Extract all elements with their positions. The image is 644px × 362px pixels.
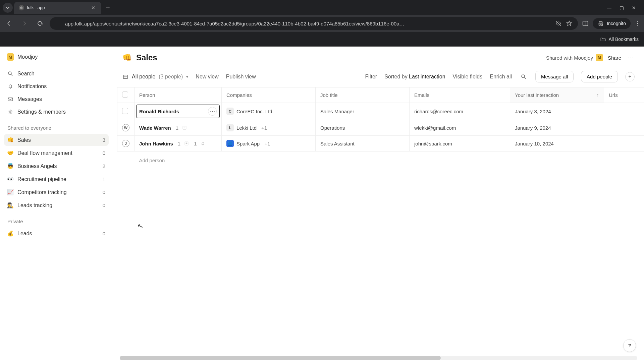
cell-job-title[interactable]: Sales Manager	[316, 103, 410, 120]
site-settings-icon[interactable]	[55, 20, 61, 26]
tab-close-button[interactable]: ✕	[90, 4, 97, 11]
cell-email[interactable]: john@spark.com	[410, 136, 510, 152]
visible-fields-button[interactable]: Visible fields	[453, 74, 483, 80]
cell-email[interactable]: richards@coreec.com	[410, 103, 510, 120]
nav-reload-button[interactable]	[34, 18, 46, 29]
sidebar-group-count: 2	[103, 163, 105, 169]
chevron-down-icon	[6, 6, 10, 10]
company-initial-icon: C	[226, 108, 234, 115]
publish-view-button[interactable]: Publish view	[226, 74, 256, 80]
eye-off-icon[interactable]	[555, 20, 562, 27]
row-checkbox[interactable]	[117, 103, 135, 120]
help-button[interactable]: ?	[623, 339, 636, 352]
cell-company[interactable]: C CoreEC Inc. Ltd.	[222, 103, 316, 120]
add-person-row[interactable]: Add person	[117, 152, 644, 168]
sidebar-group-dealflow[interactable]: 🤝 Deal flow management 0	[4, 147, 109, 159]
emoji-icon: 👀	[7, 176, 13, 182]
side-panel-icon[interactable]	[582, 20, 589, 27]
row-avatar[interactable]: J	[117, 136, 135, 152]
row-avatar[interactable]: W	[117, 120, 135, 136]
page-more-button[interactable]: ⋯	[626, 53, 635, 63]
sidebar-search[interactable]: Search	[4, 68, 109, 79]
person-name: Wade Warren	[139, 125, 171, 131]
sidebar-group-angels[interactable]: 👼 Business Angels 2	[4, 160, 109, 172]
arrow-left-icon	[6, 20, 12, 26]
nav-forward-button[interactable]	[19, 18, 30, 29]
sort-button[interactable]: Sorted by Last interaction	[384, 74, 445, 80]
header-urls[interactable]: Urls	[604, 87, 644, 103]
horizontal-scrollbar[interactable]	[120, 356, 637, 360]
header-companies[interactable]: Companies	[222, 87, 316, 103]
add-column-quick-button[interactable]: +	[625, 72, 635, 81]
workspace-avatar: M	[7, 53, 14, 61]
sidebar-search-label: Search	[17, 71, 35, 77]
header-last-interaction[interactable]: Your last interaction ↑	[510, 87, 604, 103]
message-all-button[interactable]: Message all	[535, 71, 574, 82]
cell-company[interactable]: L Lekki Ltd +1	[222, 120, 316, 136]
cell-urls[interactable]	[604, 136, 644, 152]
svg-rect-14	[183, 126, 186, 129]
browser-menu-button[interactable]	[635, 20, 641, 26]
sidebar-notifications[interactable]: Notifications	[4, 81, 109, 92]
sidebar-group-leads-tracking[interactable]: 🕵️ Leads tracking 0	[4, 199, 109, 211]
shared-with-chip[interactable]: Shared with Moodjoy M	[546, 54, 603, 61]
url-field[interactable]: app.folk.app/apps/contacts/network/ccaa7…	[50, 17, 578, 30]
filter-button[interactable]: Filter	[365, 74, 377, 80]
sidebar-section-shared: Shared to everyone	[4, 119, 109, 133]
all-bookmarks-button[interactable]: All Bookmarks	[600, 36, 639, 42]
sidebar-group-competitors[interactable]: 📈 Competitors tracking 0	[4, 186, 109, 198]
browser-tab[interactable]: ◐ folk - app ✕	[14, 2, 101, 14]
tab-search-button[interactable]	[3, 3, 13, 13]
cell-last-interaction[interactable]: January 9, 2024	[510, 120, 604, 136]
search-icon	[7, 71, 13, 77]
table-row[interactable]: J John Hawkins 1 1	[117, 136, 644, 152]
view-selector-label: All people	[132, 74, 155, 80]
row-more-button[interactable]: ⋯	[208, 107, 217, 116]
window-close-button[interactable]: ✕	[632, 5, 636, 10]
shared-avatar: M	[596, 54, 603, 61]
bookmark-star-icon[interactable]	[566, 20, 573, 27]
incognito-badge[interactable]: Incognito	[593, 18, 631, 29]
cell-person[interactable]: John Hawkins 1 1	[135, 136, 222, 152]
cell-email[interactable]: wlekki@gmail.com	[410, 120, 510, 136]
header-emails[interactable]: Emails	[410, 87, 510, 103]
cell-last-interaction[interactable]: January 3, 2024	[510, 103, 604, 120]
cell-job-title[interactable]: Operations	[316, 120, 410, 136]
cell-person[interactable]: Ronald Richards ⋯	[135, 103, 222, 120]
sidebar-group-sales[interactable]: 👊 Sales 3	[4, 134, 109, 146]
table-row[interactable]: Ronald Richards ⋯ C CoreEC Inc. Ltd. Sal…	[117, 103, 644, 120]
sidebar-notifications-label: Notifications	[17, 83, 47, 89]
window-maximize-button[interactable]: ▢	[620, 5, 624, 10]
header-checkbox[interactable]	[117, 87, 135, 103]
new-view-button[interactable]: New view	[196, 74, 218, 80]
nav-back-button[interactable]	[3, 18, 15, 29]
view-selector[interactable]: All people (3 people) ▾	[122, 74, 188, 80]
notes-count: 1	[176, 125, 178, 131]
sidebar-group-label: Recruitment pipeline	[17, 176, 66, 182]
sidebar-group-count: 0	[103, 150, 105, 156]
table-row[interactable]: W Wade Warren 1	[117, 120, 644, 136]
sort-asc-icon: ↑	[597, 92, 599, 98]
header-person[interactable]: Person	[135, 87, 222, 103]
cell-job-title[interactable]: Sales Assistant	[316, 136, 410, 152]
scrollbar-thumb[interactable]	[120, 356, 441, 360]
cell-company[interactable]: 🟦 Spark App +1	[222, 136, 316, 152]
sidebar-group-recruitment[interactable]: 👀 Recruitment pipeline 1	[4, 173, 109, 185]
sidebar-messages[interactable]: Messages	[4, 94, 109, 105]
add-people-button[interactable]: Add people	[581, 71, 618, 82]
cell-urls[interactable]	[604, 120, 644, 136]
sidebar-settings[interactable]: Settings & members	[4, 106, 109, 118]
sidebar-group-leads[interactable]: 💰 Leads 0	[4, 228, 109, 239]
header-job-title[interactable]: Job title	[316, 87, 410, 103]
cell-last-interaction[interactable]: January 10, 2024	[510, 136, 604, 152]
workspace-switcher[interactable]: M Moodjoy	[4, 51, 109, 63]
window-minimize-button[interactable]: ―	[607, 5, 611, 10]
new-tab-button[interactable]: +	[103, 2, 113, 13]
cell-person[interactable]: Wade Warren 1	[135, 120, 222, 136]
enrich-all-button[interactable]: Enrich all	[490, 74, 512, 80]
cell-urls[interactable]	[604, 103, 644, 120]
emoji-icon: 👊	[7, 137, 13, 143]
emoji-icon: 🕵️	[7, 202, 13, 208]
search-in-view-button[interactable]	[519, 72, 528, 81]
share-button[interactable]: Share	[608, 55, 621, 61]
